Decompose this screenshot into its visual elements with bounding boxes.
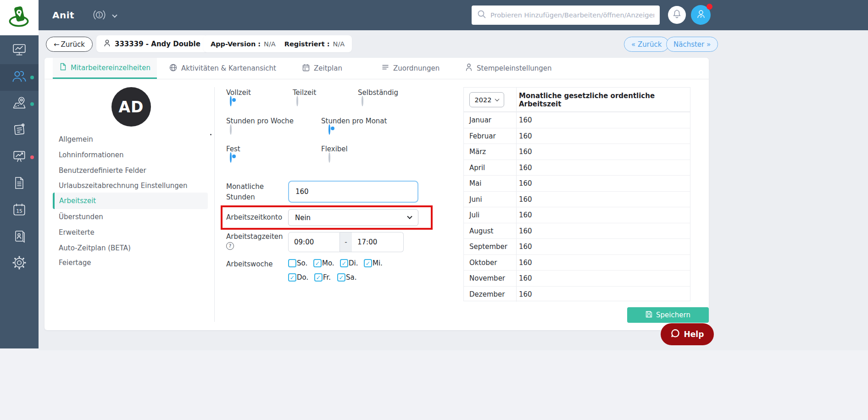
locale-icon: 1 [93,10,106,22]
weekday-label: Fr. [323,273,331,282]
table-row: Juli160 [464,207,690,223]
previous-employee-button[interactable]: « Zurück [624,37,669,52]
help-question-icon[interactable]: ? [226,242,234,250]
radio-label: Selbständig [358,88,398,97]
menu-item-auto-zeitplan[interactable]: Auto-Zeitplan (BETA) [59,240,196,256]
sidebar-item-settings[interactable] [0,250,39,277]
year-select[interactable]: 2022 [469,92,504,107]
month-cell: September [469,239,507,255]
checkbox-do[interactable]: ✓ [288,273,296,282]
weekday-sa[interactable]: ✓ Sa. [337,273,356,282]
search-input[interactable] [490,11,654,19]
radio-option-flexibel[interactable]: Flexibel [321,145,348,162]
radio-selbstaendig[interactable] [362,96,363,106]
stray-dot [210,134,211,135]
employee-name: 333339 - Andy Double [115,40,200,48]
weekday-mi[interactable]: ✓ Mi. [364,259,383,267]
value-cell: 160 [519,192,532,208]
chevron-down-icon [495,97,500,101]
radio-stunden-pro-woche[interactable] [230,124,232,135]
sidebar-item-documents[interactable] [0,171,39,197]
list-icon [382,64,389,73]
tab-label: Aktivitäten & Kartenansicht [181,64,276,72]
month-cell: Juli [469,207,479,223]
month-cell: Juni [469,192,482,208]
tab-mitarbeitereinzelheiten[interactable]: Mitarbeitereinzelheiten [53,58,157,79]
table-row: April160 [464,160,690,176]
radio-fest[interactable] [230,152,232,163]
registered-label: Registriert : [284,40,330,48]
save-button[interactable]: Speichern [627,307,709,323]
checkbox-mi[interactable]: ✓ [364,259,372,267]
dashboard-monitor-icon [12,43,27,59]
sidebar-item-calendar[interactable]: 15 [0,197,39,224]
help-button[interactable]: Help [661,323,714,345]
radio-label: Teilzeit [293,88,316,97]
monthly-hours-input[interactable] [288,181,418,203]
radio-stunden-pro-monat[interactable] [328,124,330,135]
value-cell: 160 [519,176,532,192]
notifications-button[interactable] [668,6,686,24]
handbook-person-icon [12,229,26,245]
radio-flexibel[interactable] [328,152,330,163]
weekday-label: Mi. [373,259,383,267]
weekday-fr[interactable]: ✓ Fr. [314,273,331,282]
radio-vollzeit[interactable] [230,96,232,106]
radio-option-selbstaendig[interactable]: Selbständig [358,88,398,105]
checkbox-sa[interactable]: ✓ [337,273,345,282]
next-employee-button[interactable]: Nächster » [666,37,718,52]
menu-item-benutzerdefinierte-felder[interactable]: Benutzerdefinierte Felder [59,163,196,178]
radio-teilzeit[interactable] [296,96,298,106]
menu-item-lohninformationen[interactable]: Lohninformationen [59,147,196,163]
menu-item-urlaubszeitabrechnung[interactable]: Urlaubszeitabrechnung Einstellungen [59,178,196,193]
checkbox-mo[interactable]: ✓ [313,259,322,267]
weekday-di[interactable]: ✓ Di. [340,259,358,267]
radio-option-fest[interactable]: Fest [226,145,240,162]
table-column-divider [516,88,517,302]
menu-item-feiertage[interactable]: Feiertage [59,255,196,271]
menu-item-erweiterte[interactable]: Erweiterte [59,225,196,240]
month-cell: Dezember [469,287,505,303]
app-version-value: N/A [264,40,276,48]
radio-option-stunden-pro-monat[interactable]: Stunden pro Monat [321,117,387,134]
menu-item-ueberstunden[interactable]: Überstunden [59,209,196,225]
value-cell: 160 [519,223,532,239]
tab-zeitplan[interactable]: Zeitplan [296,58,349,79]
locale-selector[interactable]: 1 [93,10,117,22]
radio-option-stunden-pro-woche[interactable]: Stunden pro Woche [226,117,294,134]
checkbox-so[interactable] [288,259,296,267]
table-row: Dezember160 [464,286,690,302]
value-cell: 160 [519,144,532,160]
sidebar-item-handbook[interactable] [0,224,39,250]
time-range-separator: - [340,232,352,252]
app-logo[interactable] [0,0,39,35]
worktime-account-select[interactable]: Nein [288,209,418,226]
tab-stempeleinstellungen[interactable]: Stempeleinstellungen [459,58,558,79]
radio-label: Fest [226,145,240,153]
tab-aktivitaeten-kartenansicht[interactable]: Aktivitäten & Kartenansicht [163,58,283,79]
menu-item-allgemein[interactable]: Allgemein [59,132,196,147]
employees-status-dot [30,76,34,79]
weekday-do[interactable]: ✓ Do. [288,273,308,282]
punch-person-icon [465,63,473,73]
weekday-mo[interactable]: ✓ Mo. [313,259,334,267]
radio-option-vollzeit[interactable]: Vollzeit [226,88,251,105]
weekday-so[interactable]: So. [288,259,307,267]
menu-item-arbeitszeit-active[interactable]: Arbeitszeit [53,193,208,209]
sidebar-item-dashboard[interactable] [0,38,39,64]
checkbox-di[interactable]: ✓ [340,259,348,267]
weekday-label: Sa. [346,273,356,282]
user-check-icon [696,9,707,22]
start-time-input[interactable] [288,232,340,252]
global-search[interactable] [472,6,660,25]
map-location-icon [12,96,27,112]
radio-option-teilzeit[interactable]: Teilzeit [293,88,316,105]
table-row: November160 [464,270,690,286]
sidebar-item-notes[interactable] [0,117,39,144]
tab-zuordnungen[interactable]: Zuordnungen [375,58,446,79]
back-button[interactable]: ←Zurück [46,37,93,52]
radio-label: Vollzeit [226,88,251,97]
search-icon [477,10,486,21]
checkbox-fr[interactable]: ✓ [314,273,323,282]
end-time-input[interactable] [352,232,404,252]
